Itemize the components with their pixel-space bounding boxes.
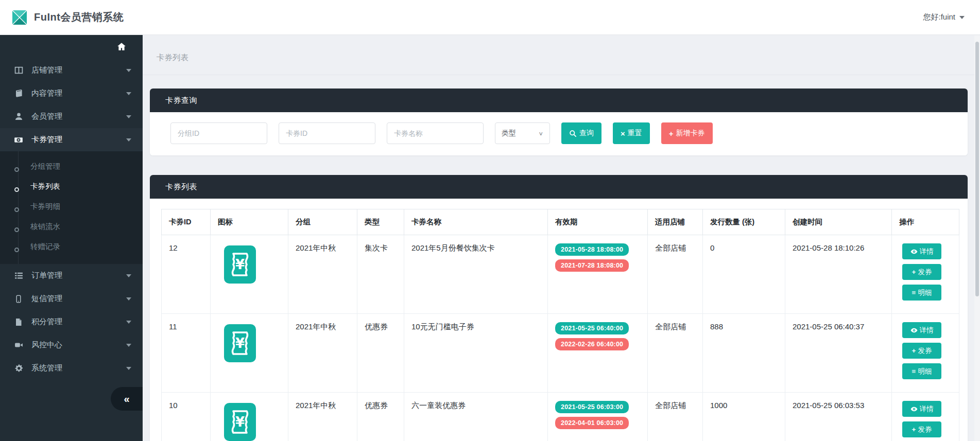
detail-button[interactable]: 详情 bbox=[902, 401, 941, 417]
sidebar-item-coupon[interactable]: 0 卡券管理 bbox=[0, 128, 143, 151]
send-coupon-button-label: 发券 bbox=[918, 346, 932, 356]
sidebar-item-label: 积分管理 bbox=[31, 317, 62, 327]
valid-from-badge: 2021-05-28 18:08:00 bbox=[555, 243, 629, 256]
type-select[interactable]: 类型 ∨ bbox=[495, 122, 550, 144]
col-header-type: 类型 bbox=[357, 209, 404, 235]
chevron-down-icon bbox=[126, 138, 131, 142]
cell-name: 10元无门槛电子券 bbox=[404, 314, 548, 393]
sidebar-item-sms[interactable]: 短信管理 bbox=[0, 287, 143, 310]
home-icon[interactable] bbox=[117, 42, 126, 51]
sidebar-item-points[interactable]: 积分管理 bbox=[0, 310, 143, 333]
detail-button[interactable]: 详情 bbox=[902, 322, 941, 338]
items-button[interactable]: ≡ 明细 bbox=[902, 285, 941, 301]
collapse-icon: « bbox=[124, 393, 129, 405]
valid-to-badge: 2022-04-01 06:03:00 bbox=[555, 417, 629, 429]
sidebar-item-member[interactable]: 会员管理 bbox=[0, 105, 143, 128]
coupon-name-input[interactable] bbox=[387, 122, 484, 144]
valid-from-badge: 2021-05-25 06:03:00 bbox=[555, 401, 629, 413]
sidebar-item-store[interactable]: 店铺管理 bbox=[0, 59, 143, 82]
sidebar-item-risk[interactable]: 风控中心 bbox=[0, 333, 143, 357]
query-button-label: 查询 bbox=[579, 129, 594, 138]
valid-to-badge: 2022-02-26 06:40:00 bbox=[555, 338, 629, 350]
submenu-label: 卡券列表 bbox=[30, 182, 60, 191]
submenu-label: 转赠记录 bbox=[30, 242, 60, 252]
plus-icon: + bbox=[669, 129, 674, 138]
risk-icon bbox=[14, 341, 23, 350]
chevron-down-icon bbox=[959, 16, 965, 19]
sidebar-subitem-confirm-log[interactable]: 核销流水 bbox=[0, 217, 143, 237]
sidebar-subitem-coupon-list[interactable]: 卡券列表 bbox=[0, 177, 143, 197]
group-id-input[interactable] bbox=[170, 122, 267, 144]
send-coupon-button[interactable]: + 发券 bbox=[902, 421, 941, 437]
send-coupon-button-label: 发券 bbox=[918, 425, 932, 434]
user-greeting: 您好:fuint bbox=[923, 12, 955, 22]
breadcrumb: 卡券列表 bbox=[143, 35, 980, 75]
table-row: 12 ¥ 2021年中秋 集次卡 2021年5月份餐饮集次卡 bbox=[162, 235, 959, 314]
sidebar-subitem-gift-record[interactable]: 转赠记录 bbox=[0, 237, 143, 257]
order-icon bbox=[14, 271, 23, 280]
cell-name: 2021年5月份餐饮集次卡 bbox=[404, 235, 548, 314]
send-coupon-button[interactable]: + 发券 bbox=[902, 343, 941, 359]
sidebar-subitem-group-manage[interactable]: 分组管理 bbox=[0, 156, 143, 177]
chevron-down-icon bbox=[126, 297, 131, 301]
items-button-label: 明细 bbox=[918, 367, 932, 376]
user-menu[interactable]: 您好:fuint bbox=[923, 12, 980, 22]
submenu-label: 分组管理 bbox=[30, 162, 60, 171]
cell-coupon-id: 11 bbox=[162, 314, 211, 393]
reset-button-label: 重置 bbox=[628, 129, 642, 138]
cell-quantity: 888 bbox=[703, 314, 785, 393]
send-coupon-button-label: 发券 bbox=[918, 268, 932, 277]
send-coupon-button[interactable]: + 发券 bbox=[902, 264, 941, 280]
table-row: 11 ¥ 2021年中秋 优惠券 10元无门槛电子券 2021 bbox=[162, 314, 959, 393]
sidebar-item-label: 卡券管理 bbox=[31, 135, 62, 145]
reset-button[interactable]: × 重置 bbox=[613, 122, 650, 144]
sidebar: 店铺管理 内容管理 会员管理 0 卡券管理 分组管理 卡券列表 bbox=[0, 35, 143, 441]
cell-quantity: 0 bbox=[703, 235, 785, 314]
search-icon bbox=[569, 130, 577, 137]
chevron-down-icon bbox=[126, 367, 131, 370]
col-header-group: 分组 bbox=[288, 209, 357, 235]
list-icon: ≡ bbox=[912, 289, 916, 296]
sidebar-item-order[interactable]: 订单管理 bbox=[0, 264, 143, 287]
col-header-actions: 操作 bbox=[892, 209, 959, 235]
chevron-down-icon bbox=[126, 92, 131, 95]
content-icon bbox=[14, 89, 23, 98]
cell-type: 优惠券 bbox=[357, 314, 404, 393]
eye-icon bbox=[910, 327, 918, 334]
chevron-down-icon bbox=[126, 69, 131, 72]
page-scrollbar[interactable] bbox=[974, 36, 980, 441]
sidebar-item-label: 订单管理 bbox=[31, 271, 62, 280]
add-coupon-button[interactable]: + 新增卡券 bbox=[661, 122, 713, 144]
cell-stores: 全部店铺 bbox=[648, 393, 703, 441]
type-select-value: 类型 bbox=[502, 129, 516, 138]
sidebar-item-label: 系统管理 bbox=[31, 363, 62, 373]
close-icon: × bbox=[621, 129, 625, 138]
bullet-icon bbox=[14, 248, 19, 252]
cell-group: 2021年中秋 bbox=[288, 235, 357, 314]
plus-icon: + bbox=[912, 268, 916, 276]
sidebar-item-system[interactable]: 系统管理 bbox=[0, 357, 143, 380]
store-icon bbox=[14, 66, 23, 75]
detail-button[interactable]: 详情 bbox=[902, 243, 941, 259]
svg-text:¥: ¥ bbox=[235, 257, 245, 272]
coupon-ticket-icon: ¥ bbox=[224, 403, 256, 441]
sidebar-collapse-button[interactable]: « bbox=[111, 387, 143, 411]
coupon-search-panel: 卡券查询 类型 ∨ 查询 × 重置 bbox=[150, 89, 968, 155]
coupon-id-input[interactable] bbox=[279, 122, 375, 144]
sidebar-item-content[interactable]: 内容管理 bbox=[0, 82, 143, 105]
table-row: 10 ¥ 2021年中秋 优惠券 六一童装优惠券 2021-0 bbox=[162, 393, 959, 441]
coupon-submenu: 分组管理 卡券列表 卡券明细 核销流水 转赠记录 bbox=[0, 151, 143, 264]
coupon-list-panel: 卡券列表 卡券ID 图标 分组 类型 卡券名称 有效期 适用店铺 bbox=[150, 175, 968, 441]
cell-type: 优惠券 bbox=[357, 393, 404, 441]
svg-text:0: 0 bbox=[18, 138, 20, 142]
list-icon: ≡ bbox=[912, 367, 916, 375]
svg-text:¥: ¥ bbox=[235, 336, 245, 351]
query-button[interactable]: 查询 bbox=[561, 122, 601, 144]
items-button[interactable]: ≡ 明细 bbox=[902, 363, 941, 379]
member-icon bbox=[14, 112, 23, 121]
scrollbar-thumb[interactable] bbox=[975, 42, 979, 296]
sidebar-subitem-coupon-detail[interactable]: 卡券明细 bbox=[0, 197, 143, 217]
col-header-created: 创建时间 bbox=[785, 209, 892, 235]
col-header-icon: 图标 bbox=[211, 209, 288, 235]
cell-coupon-id: 10 bbox=[162, 393, 211, 441]
